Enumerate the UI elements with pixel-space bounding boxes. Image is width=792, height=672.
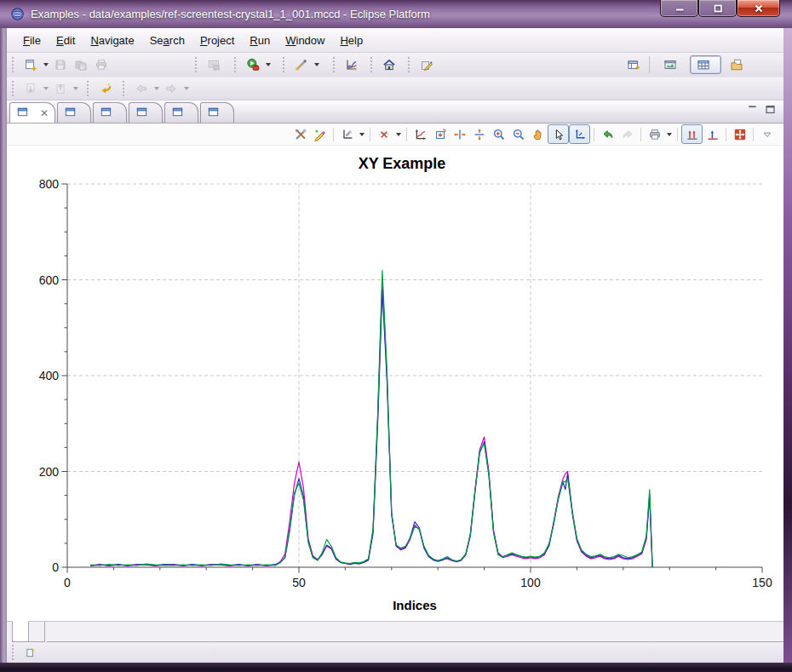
toolbar-handle[interactable] bbox=[283, 57, 287, 72]
prev-annotation-dropdown-icon[interactable] bbox=[71, 79, 80, 98]
plot-panel: 0501001500200400600800XY ExampleIndices bbox=[7, 146, 783, 621]
configure-graph-icon[interactable] bbox=[290, 125, 310, 143]
home-icon[interactable] bbox=[379, 55, 399, 74]
rescale-both-icon[interactable] bbox=[681, 124, 703, 144]
next-annotation-dropdown-icon[interactable] bbox=[41, 79, 50, 98]
editor-tab-xy-example[interactable]: ✕ bbox=[9, 102, 55, 123]
perspective-resource[interactable] bbox=[723, 55, 755, 74]
editor-tab-surface-example[interactable] bbox=[200, 102, 234, 123]
run-icon[interactable] bbox=[243, 55, 263, 74]
save-image-icon[interactable] bbox=[204, 55, 224, 74]
toolbar-handle[interactable] bbox=[12, 57, 16, 72]
editor-tab-icon bbox=[135, 106, 148, 121]
toolbar-handle[interactable] bbox=[195, 57, 199, 72]
menu-project[interactable]: Project bbox=[192, 32, 242, 49]
toolbar-handle[interactable] bbox=[234, 57, 238, 72]
perspective-databrow[interactable] bbox=[657, 55, 688, 74]
menu-navigate[interactable]: Navigate bbox=[83, 32, 141, 49]
print-plot-dropdown-icon[interactable] bbox=[664, 125, 674, 144]
editor-tab-axis-example[interactable] bbox=[57, 102, 91, 123]
maximize-view-icon[interactable] bbox=[764, 103, 777, 119]
open-perspective-icon[interactable] bbox=[623, 55, 644, 74]
menu-run[interactable]: Run bbox=[242, 32, 278, 49]
menu-edit[interactable]: Edit bbox=[49, 32, 83, 49]
run-dropdown-icon[interactable] bbox=[263, 55, 273, 74]
toolbar-handle[interactable] bbox=[12, 81, 16, 96]
next-annotation-icon[interactable] bbox=[20, 79, 41, 98]
last-edit-location-icon[interactable] bbox=[95, 79, 116, 98]
annotate-icon[interactable] bbox=[416, 55, 437, 74]
fit-vertical-icon[interactable] bbox=[469, 125, 489, 143]
plot-settings-dropdown-icon[interactable] bbox=[357, 125, 366, 144]
zoom-in-icon[interactable] bbox=[489, 125, 508, 143]
svg-text:XY Example: XY Example bbox=[359, 155, 446, 172]
plot-toolbar-separator bbox=[640, 128, 641, 141]
print-icon[interactable] bbox=[91, 55, 112, 74]
menu-window[interactable]: Window bbox=[278, 32, 332, 49]
window-controls bbox=[660, 0, 780, 17]
plot-settings-icon[interactable] bbox=[337, 125, 357, 143]
perspective-examples[interactable] bbox=[690, 55, 721, 74]
toolbar-handle[interactable] bbox=[87, 81, 91, 96]
editor-tab-icon bbox=[16, 106, 29, 121]
pointer-select-icon[interactable] bbox=[548, 124, 569, 144]
menu-search[interactable]: Search bbox=[142, 32, 192, 49]
save-icon[interactable] bbox=[50, 55, 71, 74]
zoom-out-icon[interactable] bbox=[508, 125, 528, 143]
prev-annotation-icon[interactable] bbox=[50, 79, 71, 98]
toolbar-handle[interactable] bbox=[123, 81, 127, 96]
back-dropdown-icon[interactable] bbox=[152, 79, 161, 98]
bottom-tab-plot[interactable] bbox=[12, 621, 29, 642]
maximize-button[interactable] bbox=[698, 0, 737, 17]
new-wizard-icon[interactable] bbox=[20, 55, 41, 74]
eclipse-app-icon bbox=[10, 7, 25, 21]
toolbar-handle[interactable] bbox=[408, 57, 412, 72]
toolbar-handle[interactable] bbox=[370, 57, 375, 72]
rescale-x-icon[interactable] bbox=[703, 125, 722, 143]
statusbar-handle[interactable] bbox=[12, 645, 16, 660]
menu-file[interactable]: File bbox=[15, 32, 49, 49]
zoom-rectangle-icon[interactable] bbox=[430, 125, 450, 143]
close-button[interactable] bbox=[737, 0, 780, 17]
expand-plot-icon[interactable] bbox=[730, 125, 749, 143]
undo-icon[interactable] bbox=[598, 125, 617, 143]
new-wizard-dropdown-icon[interactable] bbox=[41, 55, 50, 74]
autoscale-axes-icon[interactable] bbox=[410, 125, 430, 143]
plot-toolbar bbox=[7, 123, 783, 146]
redo-icon[interactable] bbox=[617, 125, 637, 143]
plot-toolbar-separator bbox=[726, 128, 726, 141]
plot-toolbar-separator bbox=[333, 128, 334, 141]
editor-tab-image-example[interactable] bbox=[129, 102, 163, 123]
window-frame-bottom bbox=[0, 663, 792, 672]
navigation-toolbar bbox=[7, 78, 783, 101]
trace-style-pencil-icon[interactable] bbox=[310, 125, 330, 143]
hide-traces-dropdown-icon[interactable] bbox=[393, 125, 403, 144]
minimize-view-icon[interactable] bbox=[746, 103, 759, 119]
save-all-icon[interactable] bbox=[71, 55, 91, 74]
editor-tab-sector-example[interactable] bbox=[164, 102, 198, 123]
xy-plot-canvas[interactable]: 0501001500200400600800XY ExampleIndices bbox=[7, 146, 783, 621]
hide-traces-icon[interactable] bbox=[374, 125, 393, 143]
fit-horizontal-icon[interactable] bbox=[450, 125, 469, 143]
menu-help[interactable]: Help bbox=[332, 32, 370, 49]
back-icon[interactable] bbox=[131, 79, 152, 98]
external-tools-dropdown-icon[interactable] bbox=[312, 55, 321, 74]
fast-view-icon[interactable] bbox=[20, 643, 41, 662]
tab-close-icon[interactable]: ✕ bbox=[40, 107, 49, 119]
toolbar-handle[interactable] bbox=[333, 57, 337, 72]
axis-zoom-icon[interactable] bbox=[569, 124, 590, 144]
plot-toolbar-separator bbox=[753, 128, 754, 141]
svg-text:200: 200 bbox=[39, 465, 60, 479]
pan-hand-icon[interactable] bbox=[528, 125, 548, 143]
bottom-tab-source[interactable] bbox=[29, 622, 45, 642]
external-tools-icon[interactable] bbox=[291, 55, 312, 74]
editor-tab-bar-example[interactable] bbox=[93, 102, 127, 123]
forward-icon[interactable] bbox=[161, 79, 181, 98]
editor-bottom-tabs bbox=[7, 621, 783, 642]
plot-chart-icon[interactable] bbox=[341, 55, 362, 74]
minimize-button[interactable] bbox=[660, 0, 698, 17]
forward-dropdown-icon[interactable] bbox=[181, 79, 191, 98]
print-plot-icon[interactable] bbox=[645, 125, 664, 143]
window-content: FileEditNavigateSearchProjectRunWindowHe… bbox=[7, 28, 783, 663]
view-menu-chevron-icon[interactable] bbox=[757, 125, 777, 143]
